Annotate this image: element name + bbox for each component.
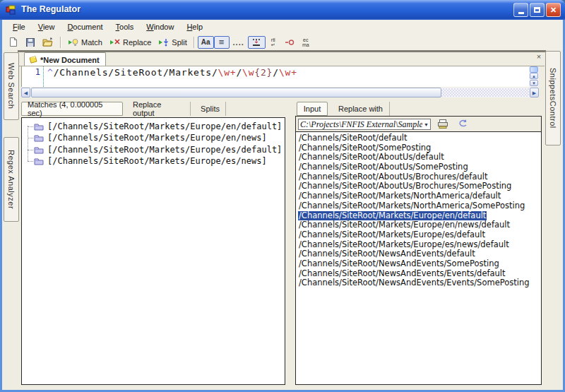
menu-view[interactable]: View <box>32 21 61 32</box>
editor-horizontal-scrollbar[interactable]: ◀ ▶ <box>21 88 539 97</box>
toolbar-separator <box>194 37 195 48</box>
multiline-toggle[interactable]: ≡ <box>214 36 230 49</box>
menu-tools[interactable]: Tools <box>109 21 141 32</box>
input-item[interactable]: /Channels/SiteRoot/AboutUs/SomePosting <box>296 162 541 172</box>
open-button[interactable] <box>39 36 57 49</box>
input-item[interactable]: /Channels/SiteRoot/AboutUs/default <box>296 153 541 162</box>
client-area: FileViewDocumentToolsWindowHelp Match Re… <box>2 20 563 390</box>
close-document-icon[interactable]: × <box>534 52 544 62</box>
replace-icon <box>109 37 121 47</box>
sidebar-tab-snippets-control[interactable]: SnippetsControl <box>545 51 561 145</box>
ecmascript-toggle[interactable]: ecma <box>298 36 314 49</box>
compiled-icon <box>285 39 295 46</box>
match-button[interactable]: Match <box>64 36 106 49</box>
scroll-down-icon[interactable]: ▼ <box>530 80 538 86</box>
combo-dropdown-icon[interactable]: ▼ <box>422 122 430 127</box>
save-button[interactable] <box>22 36 39 49</box>
new-document-icon <box>8 37 18 47</box>
input-item[interactable]: /Channels/SiteRoot/default <box>296 133 541 143</box>
app-window: The Regulator ✕ FileViewDocumentToolsWin… <box>0 0 565 392</box>
reload-input-button[interactable] <box>456 119 470 130</box>
ignore-case-toggle[interactable]: Aa <box>198 36 214 49</box>
scroll-left-icon[interactable]: ◀ <box>21 88 30 97</box>
input-list[interactable]: /Channels/SiteRoot/default/Channels/Site… <box>295 131 542 385</box>
document-tab[interactable]: *New Document <box>24 52 106 66</box>
scroll-right-icon[interactable]: ▶ <box>530 88 539 97</box>
explicit-capture-toggle[interactable] <box>248 36 266 49</box>
singleline-toggle[interactable]: .... <box>230 36 248 49</box>
new-document-button[interactable] <box>5 36 22 49</box>
input-item[interactable]: /Channels/SiteRoot/Markets/Europe/en/def… <box>296 211 541 221</box>
input-item[interactable]: /Channels/SiteRoot/NewsAndEvents/Events/… <box>296 269 541 279</box>
open-input-file-icon <box>437 119 449 129</box>
rtl-icon: rtl↵ <box>271 37 275 47</box>
regex-text: ^/Channels/SiteRoot/Markets/\w+/\w{2}/\w… <box>44 66 297 87</box>
folder-icon <box>34 158 44 165</box>
tab-replace-output[interactable]: Replace output <box>127 102 191 116</box>
input-file-path-combo[interactable]: C:\Projects\FNFIS External\Sample ▼ <box>298 119 431 130</box>
split-button[interactable]: Split <box>155 36 190 49</box>
input-item[interactable]: /Channels/SiteRoot/NewsAndEvents/SomePos… <box>296 259 541 269</box>
folder-icon <box>34 134 44 142</box>
tab-matches[interactable]: Matches (4, 0.000005 sec) <box>21 102 123 116</box>
ignore-case-icon: Aa <box>201 38 210 46</box>
input-item[interactable]: /Channels/SiteRoot/AboutUs/Brochures/def… <box>296 172 541 182</box>
minimize-icon <box>518 12 524 14</box>
vscroll-thumb[interactable] <box>530 66 538 73</box>
maximize-button[interactable] <box>530 3 545 17</box>
input-item[interactable]: /Channels/SiteRoot/SomePosting <box>296 143 541 153</box>
title-bar: The Regulator ✕ <box>0 0 565 20</box>
menu-help[interactable]: Help <box>180 21 209 32</box>
input-item[interactable]: /Channels/SiteRoot/AboutUs/Brochures/Som… <box>296 182 541 191</box>
match-item[interactable]: [/Channels/SiteRoot/Markets/Europe/es/ne… <box>22 155 285 167</box>
regex-editor[interactable]: 1 ^/Channels/SiteRoot/Markets/\w+/\w{2}/… <box>21 66 530 87</box>
multiline-icon: ≡ <box>219 39 225 46</box>
document-tab-label: *New Document <box>40 56 100 64</box>
toolbar-separator <box>60 37 61 48</box>
folder-icon <box>34 123 44 131</box>
rtl-toggle[interactable]: rtl↵ <box>266 36 281 49</box>
tab-replace-with[interactable]: Replace with <box>332 102 390 116</box>
ecmascript-icon: ecma <box>302 37 309 47</box>
match-item[interactable]: [/Channels/SiteRoot/Markets/Europe/en/de… <box>22 121 285 132</box>
open-icon <box>42 37 54 47</box>
input-item[interactable]: /Channels/SiteRoot/Markets/Europe/es/new… <box>296 240 541 250</box>
folder-icon <box>34 146 44 154</box>
tab-splits[interactable]: Splits <box>195 102 226 116</box>
input-item[interactable]: /Channels/SiteRoot/Markets/NorthAmerica/… <box>296 201 541 211</box>
hscroll-thumb[interactable] <box>31 88 441 97</box>
sidebar-tab-web-search[interactable]: Web Search <box>4 52 19 120</box>
input-item[interactable]: /Channels/SiteRoot/NewsAndEvents/Events/… <box>296 278 541 288</box>
window-controls: ✕ <box>513 3 561 17</box>
menu-window[interactable]: Window <box>140 21 180 32</box>
sidebar-tab-regex-analyzer[interactable]: Regex Analyzer <box>4 137 19 222</box>
match-item[interactable]: [/Channels/SiteRoot/Markets/Europe/es/de… <box>22 144 285 155</box>
input-item[interactable]: /Channels/SiteRoot/Markets/NorthAmerica/… <box>296 191 541 201</box>
matches-list[interactable]: [/Channels/SiteRoot/Markets/Europe/en/de… <box>21 117 285 385</box>
hscroll-track[interactable] <box>441 88 529 97</box>
singleline-icon: .... <box>233 38 244 47</box>
tab-input[interactable]: Input <box>297 102 328 116</box>
close-button[interactable]: ✕ <box>546 3 561 17</box>
match-label: Match <box>81 38 102 47</box>
match-item[interactable]: [/Channels/SiteRoot/Markets/Europe/en/ne… <box>22 132 285 143</box>
scroll-up-icon[interactable]: ▲ <box>530 73 538 79</box>
input-item[interactable]: /Channels/SiteRoot/Markets/Europe/es/def… <box>296 230 541 240</box>
reload-input-icon <box>458 119 468 128</box>
split-label: Split <box>172 38 186 47</box>
input-file-path: C:\Projects\FNFIS External\Sample <box>299 119 422 130</box>
input-item[interactable]: /Channels/SiteRoot/NewsAndEvents/default <box>296 249 541 259</box>
close-icon: ✕ <box>550 6 557 15</box>
menu-document[interactable]: Document <box>61 21 109 32</box>
split-icon <box>158 37 170 47</box>
compiled-toggle[interactable] <box>281 36 298 49</box>
input-item[interactable]: /Channels/SiteRoot/Markets/Europe/en/new… <box>296 220 541 230</box>
window-title: The Regulator <box>21 0 81 19</box>
menu-file[interactable]: File <box>6 21 32 32</box>
open-input-file-button[interactable] <box>436 119 450 130</box>
app-icon <box>6 4 17 16</box>
replace-button[interactable]: Replace <box>106 36 155 49</box>
main-toolbar: Match Replace Split Aa ≡ .... rtl↵ <box>2 34 563 50</box>
minimize-button[interactable] <box>513 3 528 17</box>
editor-vertical-scrollbar[interactable]: ▲ ▼ <box>529 66 539 87</box>
